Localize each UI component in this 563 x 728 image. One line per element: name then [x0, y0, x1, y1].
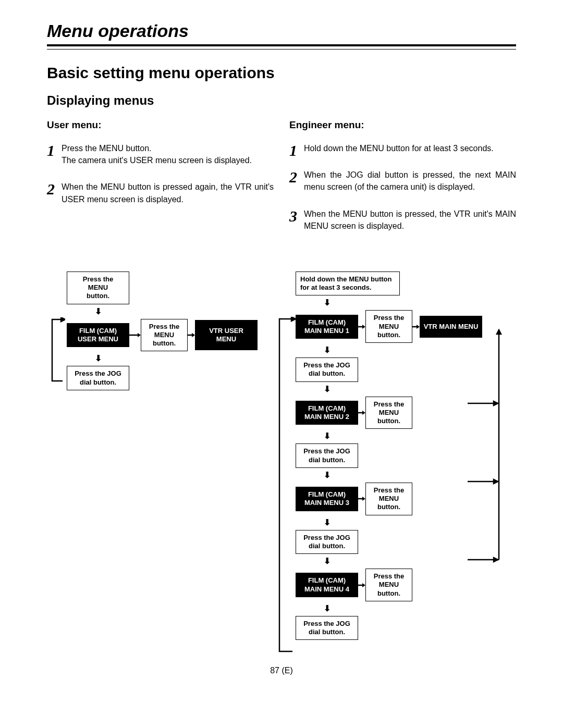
svg-marker-13 — [497, 330, 501, 334]
right-diagram: Hold down the MENU buttonfor at least 3 … — [285, 272, 516, 640]
arrow-right-icon — [358, 496, 365, 501]
loop-back-big — [277, 317, 296, 656]
main-menu-3: FILM (CAM)MAIN MENU 3 — [296, 487, 358, 511]
arrow-down-icon: ⬇ — [324, 382, 331, 397]
arrow-down-icon: ⬇ — [95, 304, 102, 319]
arrow-right-icon — [412, 324, 420, 329]
arrow-right-icon — [188, 332, 195, 338]
arrow-down-icon: ⬇ — [324, 468, 331, 483]
arrow-down-icon: ⬇ — [324, 554, 331, 569]
page-number: 87 (E) — [47, 666, 516, 675]
converge-up-arrow — [468, 329, 509, 605]
section-heading: Basic setting menu operations — [47, 64, 516, 82]
press-jog-box: Press the JOGdial button. — [296, 530, 358, 554]
left-diagram: Press the MENUbutton. ⬇ FILM (CAM)USER M… — [47, 272, 285, 640]
engineer-menu-col: Engineer menu: Hold down the MENU button… — [289, 119, 516, 246]
main-menu-2: FILM (CAM)MAIN MENU 2 — [296, 401, 358, 425]
press-jog-box: Press the JOGdial button. — [296, 357, 358, 382]
engineer-menu-title: Engineer menu: — [289, 119, 516, 131]
vtr-user-menu: VTR USER MENU — [195, 320, 258, 351]
list-item: When the JOG dial button is pressed, the… — [289, 169, 516, 193]
arrow-right-icon — [129, 332, 141, 338]
page-title: Menu operations — [47, 21, 516, 41]
arrow-right-icon — [358, 583, 365, 588]
main-menu-4: FILM (CAM)MAIN MENU 4 — [296, 573, 358, 597]
subsection-heading: Displaying menus — [47, 93, 516, 108]
svg-marker-11 — [494, 558, 498, 562]
user-menu-title: User menu: — [47, 119, 274, 131]
main-menu-1: FILM (CAM)MAIN MENU 1 — [296, 315, 358, 339]
list-item: Press the MENU button.The camera unit's … — [47, 142, 274, 166]
arrow-down-icon: ⬇ — [296, 295, 358, 310]
press-menu-box: Press theMENU button. — [365, 569, 412, 601]
arrow-down-icon: ⬇ — [324, 601, 331, 616]
start-box: Hold down the MENU buttonfor at least 3 … — [296, 272, 400, 296]
press-menu-box: Press theMENU button. — [365, 310, 412, 343]
title-divider — [47, 44, 516, 50]
start-box: Press the MENUbutton. — [67, 272, 129, 304]
svg-marker-5 — [291, 317, 296, 321]
arrow-right-icon — [358, 324, 365, 329]
arrow-down-icon: ⬇ — [95, 351, 102, 366]
press-jog-box: Press the JOGdial button. — [296, 616, 358, 640]
engineer-menu-steps: Hold down the MENU button for at least 3… — [289, 142, 516, 232]
diagrams: Press the MENUbutton. ⬇ FILM (CAM)USER M… — [47, 272, 516, 640]
arrow-down-icon: ⬇ — [324, 429, 331, 443]
user-menu-col: User menu: Press the MENU button.The cam… — [47, 119, 274, 246]
arrow-right-icon — [358, 410, 365, 415]
svg-marker-9 — [494, 479, 498, 484]
arrow-down-icon: ⬇ — [324, 343, 331, 357]
loop-back-arrow-left — [50, 317, 65, 385]
press-menu-box: Press theMENU button. — [365, 397, 412, 429]
press-menu-box: Press theMENU button. — [141, 319, 188, 352]
svg-marker-0 — [61, 317, 65, 322]
press-jog-box: Press the JOGdial button. — [67, 366, 129, 390]
film-cam-user-menu: FILM (CAM)USER MENU — [67, 323, 129, 348]
svg-marker-7 — [494, 401, 498, 405]
press-jog-box: Press the JOGdial button. — [296, 443, 358, 468]
arrow-down-icon: ⬇ — [324, 515, 331, 530]
list-item: Hold down the MENU button for at least 3… — [289, 142, 516, 154]
text-columns: User menu: Press the MENU button.The cam… — [47, 119, 516, 246]
list-item: When the MENU button is pressed, the VTR… — [289, 208, 516, 232]
list-item: When the MENU button is pressed again, t… — [47, 181, 274, 205]
press-menu-box: Press theMENU button. — [365, 483, 412, 515]
user-menu-steps: Press the MENU button.The camera unit's … — [47, 142, 274, 205]
